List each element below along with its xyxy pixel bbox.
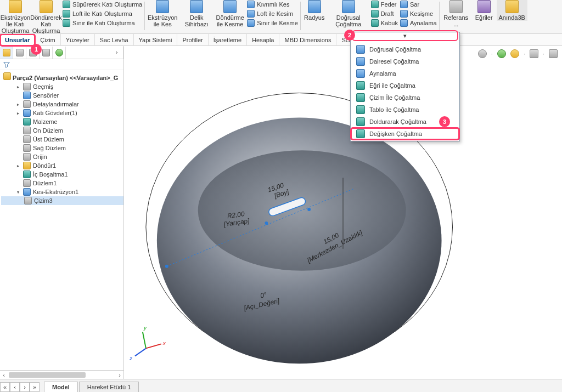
label: Tablo ile Çoğaltma bbox=[369, 106, 419, 113]
linear-pattern-icon bbox=[356, 45, 365, 54]
scroll-thumb[interactable] bbox=[9, 372, 86, 378]
menu-curve-pattern[interactable]: Eğri ile Çoğaltma bbox=[351, 79, 459, 92]
tab-yuzeyler[interactable]: Yüzeyler bbox=[61, 34, 95, 46]
panel-tab-featuremanager[interactable] bbox=[0, 47, 13, 59]
tab-nav-next[interactable]: › bbox=[20, 382, 30, 392]
appearance-icon[interactable] bbox=[497, 49, 506, 58]
label: Döndür1 bbox=[33, 162, 56, 169]
dropdown-caret-button[interactable]: ▾ bbox=[352, 30, 458, 41]
heads-up-toolbar: · · · bbox=[478, 49, 558, 58]
cmd-curves[interactable]: Eğriler bbox=[471, 0, 497, 21]
bottom-tab-motion[interactable]: Hareket Etüdü 1 bbox=[79, 382, 139, 392]
menu-sketch-pattern[interactable]: Çizim İle Çoğaltma bbox=[351, 92, 459, 104]
tree-item[interactable]: Sağ Düzlem bbox=[1, 144, 123, 152]
part-icon bbox=[3, 72, 11, 80]
cmd-sweep[interactable]: Süpürerek Katı Oluşturma bbox=[61, 0, 143, 9]
tree-item[interactable]: Orijin bbox=[1, 152, 123, 161]
variable-pattern-icon bbox=[356, 129, 365, 138]
menu-table-pattern[interactable]: Tablo ile Çoğaltma bbox=[351, 104, 459, 116]
cmd-extrude-boss[interactable]: Ekstrüzyon İle Katı Oluşturma bbox=[0, 0, 31, 34]
cmd-swept-cut[interactable]: Kıvrımlı Kes bbox=[246, 0, 299, 9]
tree-horizontal-scrollbar[interactable]: ‹ › bbox=[0, 370, 123, 379]
expander-icon[interactable]: ▸ bbox=[15, 162, 21, 169]
menu-linear-pattern[interactable]: Doğrusal Çoğaltma bbox=[351, 43, 459, 55]
graphics-viewport[interactable]: · · · bbox=[124, 46, 562, 379]
tab-unsurlar[interactable]: Unsurlar bbox=[0, 34, 35, 46]
cmd-rib[interactable]: Feder bbox=[370, 0, 399, 9]
cmd-extrude-cut[interactable]: Ekstrüzyon ile Kes bbox=[146, 0, 179, 27]
cmd-intersect[interactable]: Kesişme bbox=[399, 9, 438, 18]
tab-mbd[interactable]: MBD Dimensions bbox=[279, 34, 336, 46]
cmd-fillet[interactable]: Radyus bbox=[302, 0, 327, 21]
cmd-reference[interactable]: Referans ... bbox=[441, 0, 471, 27]
tree-root[interactable]: Parça2 (Varsayılan) <<Varsayılan>_G bbox=[1, 71, 123, 82]
cmd-wrap[interactable]: Sar bbox=[399, 0, 438, 9]
scene-icon[interactable] bbox=[510, 49, 519, 58]
tab-cizim[interactable]: Çizim bbox=[35, 34, 61, 46]
tree-item[interactable]: Sensörler bbox=[1, 91, 123, 100]
feature-icon bbox=[23, 83, 31, 90]
cmd-hole-wizard[interactable]: Delik Sihirbazı bbox=[179, 0, 214, 27]
curve-pattern-icon bbox=[356, 81, 365, 90]
feature-icon bbox=[23, 188, 31, 196]
cmd-draft[interactable]: Draft bbox=[370, 9, 399, 18]
funnel-icon bbox=[3, 61, 10, 68]
tree-item[interactable]: ▾Kes-Ekstrüzyon1 bbox=[1, 188, 123, 196]
expander-icon[interactable]: ▸ bbox=[15, 83, 21, 90]
display-state-icon[interactable] bbox=[530, 49, 538, 58]
tree-filter[interactable] bbox=[0, 59, 123, 70]
tab-isaretleme[interactable]: İşaretleme bbox=[209, 34, 247, 46]
label: Kıvrımlı Kes bbox=[257, 1, 289, 8]
cmd-instant3d[interactable]: Anında3B bbox=[497, 0, 527, 21]
tree-item[interactable]: Üst Düzlem bbox=[1, 135, 123, 144]
cmd-loft-cut[interactable]: Loft ile Kesim bbox=[246, 9, 299, 18]
scroll-left-arrow[interactable]: ‹ bbox=[0, 372, 8, 378]
tab-profiller[interactable]: Profiller bbox=[177, 34, 208, 46]
panel-expand-button[interactable]: › bbox=[110, 47, 123, 59]
tab-hesapla[interactable]: Hesapla bbox=[247, 34, 279, 46]
menu-variable-pattern[interactable]: Değişken Çoğaltma bbox=[351, 128, 459, 140]
tab-yapi-sistemi[interactable]: Yapı Sistemi bbox=[134, 34, 178, 46]
tab-nav-first[interactable]: « bbox=[0, 382, 10, 392]
cmd-boundary-cut[interactable]: Sınır ile Kesme bbox=[246, 19, 299, 27]
tab-nav-last[interactable]: » bbox=[30, 382, 40, 392]
cmd-revolve-boss[interactable]: Döndürerek Katı Oluşturma bbox=[31, 0, 61, 34]
tab-sac-levha[interactable]: Sac Levha bbox=[95, 34, 134, 46]
panel-tab-propertymanager[interactable] bbox=[13, 47, 26, 59]
label: Çizim İle Çoğaltma bbox=[369, 94, 420, 101]
label: Eğriler bbox=[475, 14, 493, 21]
circular-pattern-icon bbox=[356, 57, 365, 66]
cmd-mirror[interactable]: Aynalama bbox=[399, 19, 438, 27]
tree-item[interactable]: ▸Katı Gövdeler(1) bbox=[1, 109, 123, 117]
cmd-shell[interactable]: Kabuk bbox=[370, 19, 399, 27]
expander-icon[interactable]: ▾ bbox=[15, 189, 21, 196]
tree-item[interactable]: Malzeme bbox=[1, 117, 123, 126]
fill-pattern-icon bbox=[356, 117, 365, 126]
tree-item[interactable]: Ön Düzlem bbox=[1, 126, 123, 135]
cmd-revolve-cut[interactable]: Döndürme ile Kesme bbox=[214, 0, 246, 27]
expander-icon[interactable]: ▸ bbox=[15, 101, 21, 108]
tree-item[interactable]: Düzlem1 bbox=[1, 179, 123, 188]
tree-item-cizim3[interactable]: Çizim3 bbox=[1, 196, 123, 205]
tab-nav-prev[interactable]: ‹ bbox=[10, 382, 20, 392]
cmd-linear-pattern[interactable]: Doğrusal Çoğaltma bbox=[327, 0, 370, 27]
tree-item[interactable]: ▸Detaylandırmalar bbox=[1, 100, 123, 109]
label: Çizim3 bbox=[34, 197, 53, 204]
display-icon bbox=[55, 49, 63, 56]
tree-item[interactable]: ▸Geçmiş bbox=[1, 82, 123, 91]
cmd-boundary[interactable]: Sınır ile Katı Oluşturma bbox=[61, 19, 143, 27]
menu-circular-pattern[interactable]: Dairesel Çoğaltma bbox=[351, 55, 459, 67]
label: Değişken Çoğaltma bbox=[369, 130, 422, 137]
cmd-loft[interactable]: Loft ile Katı Oluşturma bbox=[61, 9, 143, 18]
bottom-tab-model[interactable]: Model bbox=[44, 382, 78, 392]
eye-icon[interactable] bbox=[478, 49, 487, 58]
scroll-right-arrow[interactable]: › bbox=[116, 372, 123, 378]
expander-icon[interactable]: ▸ bbox=[15, 110, 21, 117]
fillet-icon bbox=[308, 0, 321, 13]
tree-item[interactable]: İç Boşaltma1 bbox=[1, 170, 123, 179]
panel-tab-display[interactable] bbox=[53, 47, 66, 59]
tree-item[interactable]: ▸Döndür1 bbox=[1, 161, 123, 170]
hole-icon bbox=[190, 0, 203, 13]
menu-mirror[interactable]: Aynalama bbox=[351, 67, 459, 79]
settings-icon[interactable] bbox=[549, 49, 558, 58]
